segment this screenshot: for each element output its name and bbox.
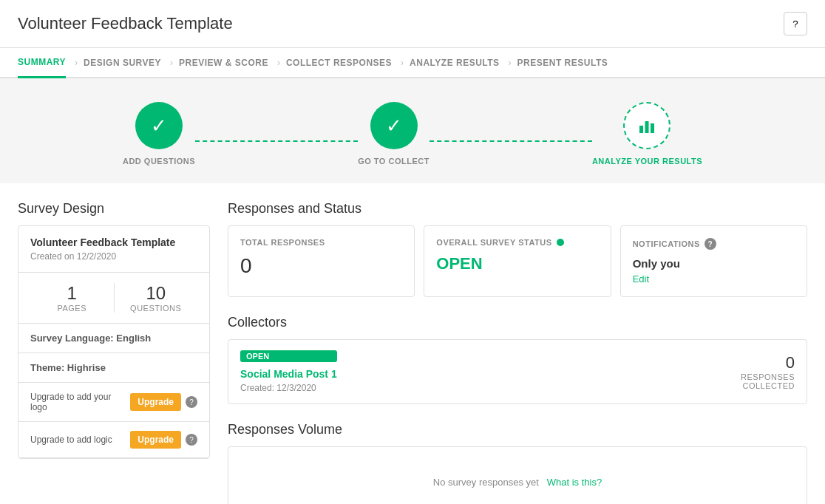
theme-value: Highrise (67, 362, 106, 373)
header: Volunteer Feedback Template ? (0, 0, 825, 48)
step-1-circle: ✓ (135, 102, 183, 149)
step-2-label: GO TO COLLECT (358, 157, 430, 166)
collector-info: OPEN Social Media Post 1 Created: 12/3/2… (240, 350, 337, 393)
nav-arrow-4: › (401, 58, 404, 68)
survey-stats: 1 PAGES 10 QUESTIONS (18, 273, 209, 324)
tab-summary[interactable]: SUMMARY (18, 48, 66, 78)
collector-stats: 0 RESPONSESCOLLECTED (741, 353, 795, 390)
collectors-title: Collectors (228, 315, 807, 330)
collector-count-label: RESPONSESCOLLECTED (741, 372, 795, 390)
notifications-card: NOTIFICATIONS ? Only you Edit (620, 225, 807, 297)
nav-arrow-3: › (277, 58, 280, 68)
volume-empty-text: No survey responses yet (433, 477, 539, 488)
survey-card-header: Volunteer Feedback Template Created on 1… (18, 226, 209, 273)
svg-rect-2 (651, 123, 654, 133)
pages-label: PAGES (30, 304, 114, 313)
survey-design-title: Survey Design (18, 201, 210, 217)
what-is-this-link[interactable]: What is this? (547, 477, 602, 488)
volume-title: Responses Volume (228, 422, 807, 437)
steps-banner: ✓ ADD QUESTIONS ✓ GO TO COLLECT ANALYZE … (0, 78, 825, 183)
tab-present-results[interactable]: PRESENT RESULTS (517, 49, 608, 77)
tab-analyze-results[interactable]: ANALYZE RESULTS (410, 49, 500, 77)
total-responses-card: TOTAL RESPONSES 0 (228, 225, 415, 297)
total-responses-label: TOTAL RESPONSES (240, 238, 402, 247)
step-line-2 (430, 140, 592, 142)
upgrade-logic-help-icon[interactable]: ? (186, 434, 197, 446)
step-1-label: ADD QUESTIONS (123, 157, 195, 166)
step-3-label: ANALYZE YOUR RESULTS (592, 157, 702, 166)
collector-date: Created: 12/3/2020 (240, 383, 337, 393)
pages-number: 1 (30, 283, 114, 304)
nav-arrow-1: › (75, 58, 78, 68)
step-2-circle: ✓ (370, 102, 418, 149)
notifications-help-icon[interactable]: ? (705, 238, 716, 250)
overall-status-label: OVERALL SURVEY STATUS (436, 238, 598, 247)
responses-status-title: Responses and Status (228, 201, 807, 217)
questions-label: QUESTIONS (115, 304, 198, 313)
help-icon: ? (792, 18, 798, 30)
collectors-section: Collectors OPEN Social Media Post 1 Crea… (228, 315, 807, 404)
notifications-value: Only you (633, 257, 795, 270)
upgrade-logic-row: Upgrade to add logic Upgrade ? (18, 422, 209, 458)
overall-status-card: OVERALL SURVEY STATUS OPEN (424, 225, 611, 297)
survey-design-card: Volunteer Feedback Template Created on 1… (18, 225, 210, 459)
collector-badge: OPEN (240, 350, 337, 362)
svg-rect-0 (639, 126, 643, 133)
tab-preview-score[interactable]: PREVIEW & SCORE (179, 49, 268, 77)
collector-row: OPEN Social Media Post 1 Created: 12/3/2… (228, 339, 807, 404)
questions-number: 10 (115, 283, 198, 304)
collector-count: 0 (741, 353, 795, 372)
right-panel: Responses and Status TOTAL RESPONSES 0 O… (228, 201, 807, 504)
svg-rect-1 (645, 121, 649, 133)
collector-name[interactable]: Social Media Post 1 (240, 368, 337, 380)
upgrade-logic-text: Upgrade to add logic (30, 435, 112, 445)
nav-tabs: SUMMARY › DESIGN SURVEY › PREVIEW & SCOR… (0, 48, 825, 78)
upgrade-logic-actions: Upgrade ? (130, 431, 197, 449)
left-panel: Survey Design Volunteer Feedback Templat… (18, 201, 210, 504)
upgrade-logo-help-icon[interactable]: ? (186, 396, 197, 408)
nav-arrow-2: › (170, 58, 173, 68)
notifications-label: NOTIFICATIONS ? (633, 238, 795, 250)
upgrade-logo-button[interactable]: Upgrade (130, 393, 181, 411)
survey-created: Created on 12/2/2020 (30, 251, 197, 262)
status-cards: TOTAL RESPONSES 0 OVERALL SURVEY STATUS … (228, 225, 807, 297)
page-title: Volunteer Feedback Template (18, 14, 233, 33)
theme-label-text: Theme: (30, 362, 64, 373)
volume-section: Responses Volume No survey responses yet… (228, 422, 807, 504)
step-add-questions[interactable]: ✓ ADD QUESTIONS (123, 102, 195, 166)
nav-arrow-5: › (509, 58, 512, 68)
help-button[interactable]: ? (784, 12, 807, 35)
upgrade-logo-actions: Upgrade ? (130, 393, 197, 411)
main-content: Survey Design Volunteer Feedback Templat… (0, 183, 825, 504)
notifications-edit-link[interactable]: Edit (633, 273, 649, 285)
step-analyze-results[interactable]: ANALYZE YOUR RESULTS (592, 102, 702, 166)
survey-language-row: Survey Language: English (18, 324, 209, 353)
survey-theme-row: Theme: Highrise (18, 353, 209, 383)
tab-design-survey[interactable]: DESIGN SURVEY (84, 49, 161, 77)
step-3-circle (623, 102, 670, 149)
volume-card: No survey responses yet What is this? (228, 446, 807, 504)
language-label-text: Survey Language: (30, 333, 114, 344)
overall-status-value: OPEN (436, 254, 598, 273)
total-responses-value: 0 (240, 254, 402, 278)
stat-pages: 1 PAGES (30, 283, 114, 313)
step-line-1 (195, 140, 358, 142)
survey-name: Volunteer Feedback Template (30, 236, 197, 248)
language-value: English (116, 333, 151, 344)
tab-collect-responses[interactable]: COLLECT RESPONSES (286, 49, 392, 77)
green-dot-icon (557, 239, 564, 246)
step-go-to-collect[interactable]: ✓ GO TO COLLECT (358, 102, 430, 166)
stat-questions: 10 QUESTIONS (115, 283, 198, 313)
upgrade-logic-button[interactable]: Upgrade (130, 431, 181, 449)
upgrade-logo-row: Upgrade to add your logo Upgrade ? (18, 383, 209, 422)
upgrade-logo-text: Upgrade to add your logo (30, 392, 130, 412)
